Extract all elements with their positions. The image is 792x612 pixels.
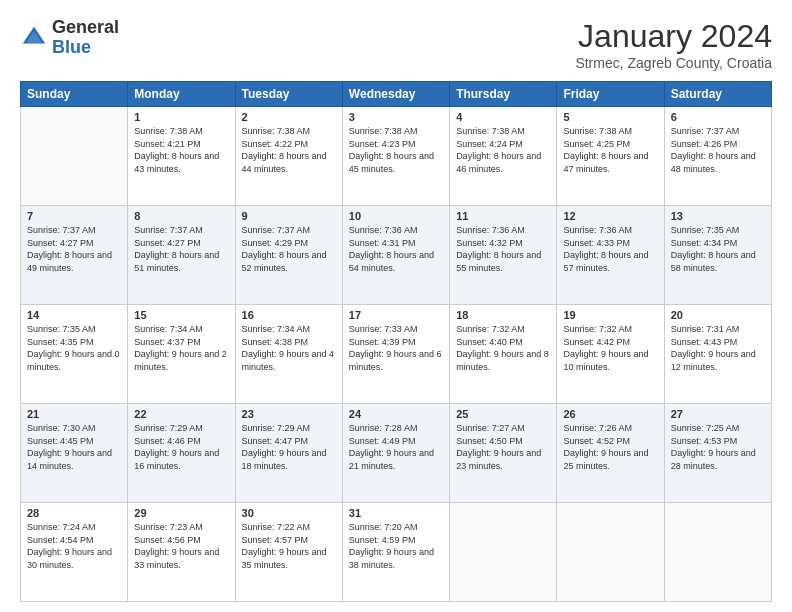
day-number: 1 [134,111,228,123]
calendar-day-cell: 13Sunrise: 7:35 AMSunset: 4:34 PMDayligh… [664,206,771,305]
title-block: January 2024 Strmec, Zagreb County, Croa… [575,18,772,71]
day-number: 8 [134,210,228,222]
weekday-header: Thursday [450,82,557,107]
calendar-day-cell [21,107,128,206]
weekday-header: Tuesday [235,82,342,107]
day-number: 7 [27,210,121,222]
day-number: 31 [349,507,443,519]
calendar-day-cell: 21Sunrise: 7:30 AMSunset: 4:45 PMDayligh… [21,404,128,503]
calendar-day-cell: 26Sunrise: 7:26 AMSunset: 4:52 PMDayligh… [557,404,664,503]
day-info: Sunrise: 7:29 AMSunset: 4:47 PMDaylight:… [242,422,336,472]
day-number: 13 [671,210,765,222]
day-number: 29 [134,507,228,519]
calendar-week-row: 21Sunrise: 7:30 AMSunset: 4:45 PMDayligh… [21,404,772,503]
day-info: Sunrise: 7:33 AMSunset: 4:39 PMDaylight:… [349,323,443,373]
day-info: Sunrise: 7:29 AMSunset: 4:46 PMDaylight:… [134,422,228,472]
day-info: Sunrise: 7:37 AMSunset: 4:27 PMDaylight:… [134,224,228,274]
calendar-day-cell: 7Sunrise: 7:37 AMSunset: 4:27 PMDaylight… [21,206,128,305]
day-number: 16 [242,309,336,321]
weekday-header: Wednesday [342,82,449,107]
day-number: 18 [456,309,550,321]
calendar-day-cell: 25Sunrise: 7:27 AMSunset: 4:50 PMDayligh… [450,404,557,503]
calendar-day-cell: 12Sunrise: 7:36 AMSunset: 4:33 PMDayligh… [557,206,664,305]
day-info: Sunrise: 7:32 AMSunset: 4:42 PMDaylight:… [563,323,657,373]
calendar-day-cell: 27Sunrise: 7:25 AMSunset: 4:53 PMDayligh… [664,404,771,503]
day-info: Sunrise: 7:35 AMSunset: 4:35 PMDaylight:… [27,323,121,373]
calendar-day-cell: 6Sunrise: 7:37 AMSunset: 4:26 PMDaylight… [664,107,771,206]
calendar-day-cell: 2Sunrise: 7:38 AMSunset: 4:22 PMDaylight… [235,107,342,206]
day-info: Sunrise: 7:38 AMSunset: 4:24 PMDaylight:… [456,125,550,175]
day-number: 25 [456,408,550,420]
calendar-day-cell: 10Sunrise: 7:36 AMSunset: 4:31 PMDayligh… [342,206,449,305]
calendar-day-cell: 24Sunrise: 7:28 AMSunset: 4:49 PMDayligh… [342,404,449,503]
day-number: 23 [242,408,336,420]
day-number: 19 [563,309,657,321]
day-number: 22 [134,408,228,420]
day-info: Sunrise: 7:32 AMSunset: 4:40 PMDaylight:… [456,323,550,373]
day-number: 15 [134,309,228,321]
page: General Blue January 2024 Strmec, Zagreb… [0,0,792,612]
day-info: Sunrise: 7:26 AMSunset: 4:52 PMDaylight:… [563,422,657,472]
calendar-day-cell: 4Sunrise: 7:38 AMSunset: 4:24 PMDaylight… [450,107,557,206]
weekday-header: Monday [128,82,235,107]
calendar-day-cell: 19Sunrise: 7:32 AMSunset: 4:42 PMDayligh… [557,305,664,404]
calendar-day-cell: 29Sunrise: 7:23 AMSunset: 4:56 PMDayligh… [128,503,235,602]
day-number: 2 [242,111,336,123]
day-info: Sunrise: 7:23 AMSunset: 4:56 PMDaylight:… [134,521,228,571]
day-info: Sunrise: 7:38 AMSunset: 4:25 PMDaylight:… [563,125,657,175]
calendar-week-row: 7Sunrise: 7:37 AMSunset: 4:27 PMDaylight… [21,206,772,305]
day-info: Sunrise: 7:27 AMSunset: 4:50 PMDaylight:… [456,422,550,472]
day-info: Sunrise: 7:28 AMSunset: 4:49 PMDaylight:… [349,422,443,472]
day-number: 21 [27,408,121,420]
day-info: Sunrise: 7:38 AMSunset: 4:21 PMDaylight:… [134,125,228,175]
calendar-day-cell: 1Sunrise: 7:38 AMSunset: 4:21 PMDaylight… [128,107,235,206]
day-number: 12 [563,210,657,222]
day-number: 30 [242,507,336,519]
day-number: 5 [563,111,657,123]
calendar-day-cell: 18Sunrise: 7:32 AMSunset: 4:40 PMDayligh… [450,305,557,404]
day-info: Sunrise: 7:25 AMSunset: 4:53 PMDaylight:… [671,422,765,472]
weekday-header: Saturday [664,82,771,107]
day-info: Sunrise: 7:34 AMSunset: 4:37 PMDaylight:… [134,323,228,373]
calendar-day-cell: 22Sunrise: 7:29 AMSunset: 4:46 PMDayligh… [128,404,235,503]
calendar-day-cell: 11Sunrise: 7:36 AMSunset: 4:32 PMDayligh… [450,206,557,305]
calendar-day-cell: 15Sunrise: 7:34 AMSunset: 4:37 PMDayligh… [128,305,235,404]
logo: General Blue [20,18,119,58]
calendar-day-cell: 28Sunrise: 7:24 AMSunset: 4:54 PMDayligh… [21,503,128,602]
day-number: 20 [671,309,765,321]
calendar-day-cell: 9Sunrise: 7:37 AMSunset: 4:29 PMDaylight… [235,206,342,305]
header-row: SundayMondayTuesdayWednesdayThursdayFrid… [21,82,772,107]
calendar-day-cell: 3Sunrise: 7:38 AMSunset: 4:23 PMDaylight… [342,107,449,206]
month-title: January 2024 [575,18,772,55]
calendar-day-cell: 23Sunrise: 7:29 AMSunset: 4:47 PMDayligh… [235,404,342,503]
day-number: 26 [563,408,657,420]
day-number: 14 [27,309,121,321]
day-info: Sunrise: 7:36 AMSunset: 4:33 PMDaylight:… [563,224,657,274]
calendar-day-cell: 30Sunrise: 7:22 AMSunset: 4:57 PMDayligh… [235,503,342,602]
logo-icon [20,24,48,52]
day-number: 28 [27,507,121,519]
day-info: Sunrise: 7:34 AMSunset: 4:38 PMDaylight:… [242,323,336,373]
calendar-day-cell [664,503,771,602]
calendar-day-cell: 16Sunrise: 7:34 AMSunset: 4:38 PMDayligh… [235,305,342,404]
calendar-day-cell: 17Sunrise: 7:33 AMSunset: 4:39 PMDayligh… [342,305,449,404]
weekday-header: Friday [557,82,664,107]
day-info: Sunrise: 7:22 AMSunset: 4:57 PMDaylight:… [242,521,336,571]
day-info: Sunrise: 7:30 AMSunset: 4:45 PMDaylight:… [27,422,121,472]
logo-text: General Blue [52,18,119,58]
calendar-day-cell: 5Sunrise: 7:38 AMSunset: 4:25 PMDaylight… [557,107,664,206]
day-number: 11 [456,210,550,222]
logo-general-text: General [52,17,119,37]
calendar-day-cell: 20Sunrise: 7:31 AMSunset: 4:43 PMDayligh… [664,305,771,404]
calendar-day-cell: 14Sunrise: 7:35 AMSunset: 4:35 PMDayligh… [21,305,128,404]
calendar-table: SundayMondayTuesdayWednesdayThursdayFrid… [20,81,772,602]
logo-blue-text: Blue [52,37,91,57]
day-info: Sunrise: 7:38 AMSunset: 4:22 PMDaylight:… [242,125,336,175]
header: General Blue January 2024 Strmec, Zagreb… [20,18,772,71]
day-number: 24 [349,408,443,420]
weekday-header: Sunday [21,82,128,107]
day-info: Sunrise: 7:37 AMSunset: 4:26 PMDaylight:… [671,125,765,175]
calendar-week-row: 28Sunrise: 7:24 AMSunset: 4:54 PMDayligh… [21,503,772,602]
day-info: Sunrise: 7:24 AMSunset: 4:54 PMDaylight:… [27,521,121,571]
calendar-week-row: 1Sunrise: 7:38 AMSunset: 4:21 PMDaylight… [21,107,772,206]
